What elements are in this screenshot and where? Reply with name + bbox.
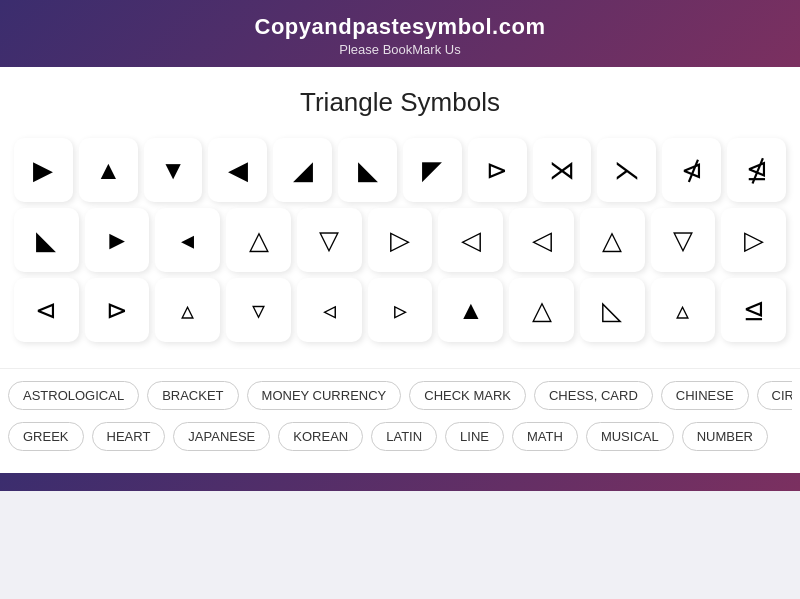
site-title: Copyandpastesymbol.com bbox=[10, 14, 790, 40]
symbol-cell[interactable]: ⋋ bbox=[597, 138, 656, 202]
symbol-cell[interactable]: ⊴ bbox=[721, 278, 786, 342]
category-tag-japanese[interactable]: JAPANESE bbox=[173, 422, 270, 451]
symbol-cell[interactable]: ▲ bbox=[79, 138, 138, 202]
symbol-cell[interactable]: ◤ bbox=[403, 138, 462, 202]
symbol-cell[interactable]: ⋪ bbox=[662, 138, 721, 202]
symbol-row-1: ▶ ▲ ▼ ◀ ◢ ◣ ◤ ⊳ ⋊ ⋋ ⋪ ⋬ bbox=[14, 138, 786, 202]
symbol-cell[interactable]: ▷ bbox=[721, 208, 786, 272]
category-tag-korean[interactable]: KOREAN bbox=[278, 422, 363, 451]
categories-row-1: ASTROLOGICAL BRACKET MONEY CURRENCY CHEC… bbox=[8, 381, 792, 414]
category-tag-line[interactable]: LINE bbox=[445, 422, 504, 451]
symbol-cell[interactable]: ▵ bbox=[155, 278, 220, 342]
symbol-cell[interactable]: ▹ bbox=[368, 278, 433, 342]
symbol-cell[interactable]: ▼ bbox=[144, 138, 203, 202]
symbol-cell[interactable]: △ bbox=[580, 208, 645, 272]
symbol-cell[interactable]: ▲ bbox=[438, 278, 503, 342]
category-tag-greek[interactable]: GREEK bbox=[8, 422, 84, 451]
symbol-row-3: ⊲ ⊳ ▵ ▿ ◃ ▹ ▲ △ ◺ ▵ ⊴ bbox=[14, 278, 786, 342]
category-tag-latin[interactable]: LATIN bbox=[371, 422, 437, 451]
symbol-cell[interactable]: △ bbox=[509, 278, 574, 342]
symbol-cell[interactable]: ◣ bbox=[14, 208, 79, 272]
category-tag-heart[interactable]: HEART bbox=[92, 422, 166, 451]
category-tag-astrological[interactable]: ASTROLOGICAL bbox=[8, 381, 139, 410]
symbol-cell[interactable]: ⋊ bbox=[533, 138, 592, 202]
category-tag-chinese[interactable]: CHINESE bbox=[661, 381, 749, 410]
category-tag-chess-card[interactable]: CHESS, CARD bbox=[534, 381, 653, 410]
symbol-cell[interactable]: ◂ bbox=[155, 208, 220, 272]
category-tag-check-mark[interactable]: CHECK MARK bbox=[409, 381, 526, 410]
site-subtitle: Please BookMark Us bbox=[10, 42, 790, 57]
symbol-grid: ▶ ▲ ▼ ◀ ◢ ◣ ◤ ⊳ ⋊ ⋋ ⋪ ⋬ ◣ ► ◂ △ ▽ ▷ ◁ ◁ … bbox=[10, 138, 790, 342]
symbol-cell[interactable]: ⊲ bbox=[14, 278, 79, 342]
symbol-cell[interactable]: ◢ bbox=[273, 138, 332, 202]
symbol-cell[interactable]: ▷ bbox=[368, 208, 433, 272]
category-tag-math[interactable]: MATH bbox=[512, 422, 578, 451]
footer-bar bbox=[0, 473, 800, 491]
symbol-cell[interactable]: ▶ bbox=[14, 138, 73, 202]
categories-section: ASTROLOGICAL BRACKET MONEY CURRENCY CHEC… bbox=[0, 368, 800, 473]
category-tag-musical[interactable]: MUSICAL bbox=[586, 422, 674, 451]
symbol-cell[interactable]: ◣ bbox=[338, 138, 397, 202]
symbol-cell[interactable]: ▽ bbox=[651, 208, 716, 272]
symbol-cell[interactable]: △ bbox=[226, 208, 291, 272]
page-title: Triangle Symbols bbox=[10, 87, 790, 118]
symbol-cell[interactable]: ⋬ bbox=[727, 138, 786, 202]
category-tag-number[interactable]: NUMBER bbox=[682, 422, 768, 451]
symbol-cell[interactable]: ◁ bbox=[509, 208, 574, 272]
symbol-cell[interactable]: ▽ bbox=[297, 208, 362, 272]
main-content: Triangle Symbols ▶ ▲ ▼ ◀ ◢ ◣ ◤ ⊳ ⋊ ⋋ ⋪ ⋬… bbox=[0, 67, 800, 368]
symbol-cell[interactable]: ► bbox=[85, 208, 150, 272]
symbol-cell[interactable]: ◀ bbox=[208, 138, 267, 202]
symbol-cell[interactable]: ▿ bbox=[226, 278, 291, 342]
symbol-row-2: ◣ ► ◂ △ ▽ ▷ ◁ ◁ △ ▽ ▷ bbox=[14, 208, 786, 272]
site-header: Copyandpastesymbol.com Please BookMark U… bbox=[0, 0, 800, 67]
symbol-cell[interactable]: ⊳ bbox=[85, 278, 150, 342]
categories-row-2: GREEK HEART JAPANESE KOREAN LATIN LINE M… bbox=[8, 422, 792, 455]
symbol-cell[interactable]: ◺ bbox=[580, 278, 645, 342]
symbol-cell[interactable]: ◁ bbox=[438, 208, 503, 272]
category-tag-circle[interactable]: CIRCLE bbox=[757, 381, 792, 410]
symbol-cell[interactable]: ⊳ bbox=[468, 138, 527, 202]
symbol-cell[interactable]: ▵ bbox=[651, 278, 716, 342]
category-tag-bracket[interactable]: BRACKET bbox=[147, 381, 238, 410]
category-tag-money-currency[interactable]: MONEY CURRENCY bbox=[247, 381, 402, 410]
symbol-cell[interactable]: ◃ bbox=[297, 278, 362, 342]
